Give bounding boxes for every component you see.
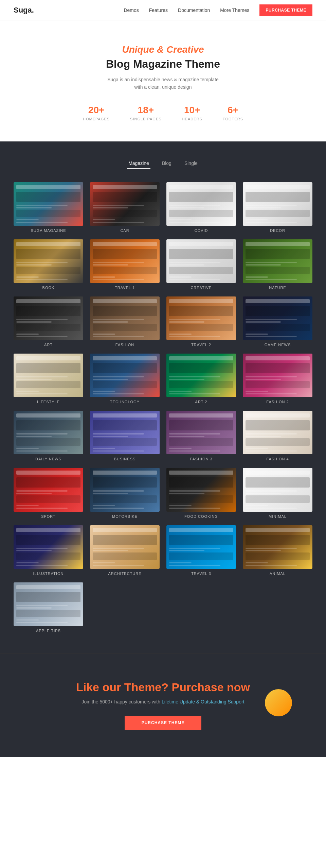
demo-label: DAILY NEWS [14, 457, 83, 461]
nav-features[interactable]: Features [149, 7, 168, 13]
demo-item[interactable]: BOOK [14, 239, 83, 290]
demo-item[interactable]: ILLUSTRATION [14, 525, 83, 576]
demo-thumbnail [14, 582, 83, 626]
demo-item[interactable]: CREATIVE [166, 239, 236, 290]
demo-thumbnail [90, 239, 160, 283]
hero-title: Blog Magazine Theme [14, 58, 312, 70]
demo-item[interactable]: COVID [166, 182, 236, 233]
cta-title-static: Like our Theme? [76, 681, 168, 694]
demo-label: ART 2 [166, 400, 236, 404]
demo-label: FASHION 3 [166, 457, 236, 461]
navbar: Suga. Demos Features Documentation More … [0, 0, 326, 20]
demo-label: ART [14, 343, 83, 347]
stat-headers: 10+ HEADERS [182, 105, 202, 121]
demo-thumbnail [14, 182, 83, 226]
stat-homepages: 20+ HOMEPAGES [83, 105, 110, 121]
demo-label: ARCHITECTURE [90, 572, 160, 576]
demo-item[interactable]: GAME NEWS [243, 296, 312, 347]
demo-thumbnail [243, 354, 312, 397]
demo-item[interactable]: CAR [90, 182, 160, 233]
demo-thumbnail [14, 354, 83, 397]
demo-label: MINIMAL [243, 514, 312, 518]
demo-item[interactable]: ANIMAL [243, 525, 312, 576]
demo-item[interactable]: TRAVEL 1 [90, 239, 160, 290]
demo-item[interactable]: FASHION 2 [243, 354, 312, 404]
logo[interactable]: Suga. [14, 6, 34, 15]
demo-item[interactable]: LIFESTYLE [14, 354, 83, 404]
hero-stats: 20+ HOMEPAGES 18+ SINGLE PAGES 10+ HEADE… [14, 105, 312, 121]
demo-label: ILLUSTRATION [14, 572, 83, 576]
cta-purchase-button[interactable]: PURCHASE THEME [125, 716, 202, 730]
demo-item[interactable]: DECOR [243, 182, 312, 233]
demos-section: Magazine Blog Single SUGA MA [0, 141, 326, 653]
demo-label: ANIMAL [243, 572, 312, 576]
demo-item[interactable]: FASHION 4 [243, 411, 312, 461]
demo-item[interactable]: ART [14, 296, 83, 347]
demo-thumbnail [166, 525, 236, 569]
demo-item[interactable]: TECHNOLOGY [90, 354, 160, 404]
tab-blog[interactable]: Blog [161, 158, 173, 169]
demo-label: FASHION 2 [243, 400, 312, 404]
demo-label: TRAVEL 1 [90, 286, 160, 290]
demo-label: APPLE TIPS [14, 629, 83, 633]
demo-item[interactable]: MINIMAL [243, 468, 312, 518]
demo-item[interactable]: DAILY NEWS [14, 411, 83, 461]
demo-item[interactable]: FOOD COOKING [166, 468, 236, 518]
demo-thumbnail [14, 239, 83, 283]
demo-label: SPORT [14, 514, 83, 518]
demo-thumbnail [14, 296, 83, 340]
demo-item[interactable]: MOTORBIKE [90, 468, 160, 518]
demo-label: TRAVEL 2 [166, 343, 236, 347]
hero-desc: Suga is an indispensable news & magazine… [105, 76, 221, 91]
demo-label: GAME NEWS [243, 343, 312, 347]
demo-thumbnail [14, 468, 83, 511]
stat-single-pages: 18+ SINGLE PAGES [130, 105, 162, 121]
cta-lifetime-link[interactable]: Lifetime Update & Outstanding Support [162, 699, 244, 704]
demo-thumbnail [14, 411, 83, 454]
demo-item[interactable]: TRAVEL 3 [166, 525, 236, 576]
demo-thumbnail [90, 354, 160, 397]
cta-wrapper: Like our Theme? Purchase now Join the 50… [14, 681, 312, 730]
cta-title-highlight: Purchase now [172, 681, 250, 694]
demo-item[interactable]: APPLE TIPS [14, 582, 83, 633]
demo-thumbnail [166, 182, 236, 226]
demo-label: TRAVEL 3 [166, 572, 236, 576]
demo-thumbnail [243, 468, 312, 511]
demo-thumbnail [166, 468, 236, 511]
demo-item[interactable]: BUSINESS [90, 411, 160, 461]
demo-label: FOOD COOKING [166, 514, 236, 518]
demo-item[interactable]: ARCHITECTURE [90, 525, 160, 576]
nav-demos[interactable]: Demos [124, 7, 139, 13]
demo-item[interactable]: FASHION [90, 296, 160, 347]
demo-thumbnail [243, 296, 312, 340]
demo-thumbnail [90, 411, 160, 454]
nav-more-themes[interactable]: More Themes [220, 7, 249, 13]
demo-item[interactable]: SPORT [14, 468, 83, 518]
nav-purchase-button[interactable]: PURCHASE THEME [259, 4, 312, 16]
demo-label: LIFESTYLE [14, 400, 83, 404]
demo-thumbnail [166, 354, 236, 397]
nav-documentation[interactable]: Documentation [178, 7, 210, 13]
cta-section: Like our Theme? Purchase now Join the 50… [0, 653, 326, 757]
demo-label: CREATIVE [166, 286, 236, 290]
tab-single[interactable]: Single [183, 158, 199, 169]
demo-thumbnail [243, 239, 312, 283]
demo-label: COVID [166, 228, 236, 233]
demo-item[interactable]: SUGA MAGAZINE [14, 182, 83, 233]
demo-label: MOTORBIKE [90, 514, 160, 518]
cta-decorative-circle [265, 689, 292, 716]
demo-label: CAR [90, 228, 160, 233]
hero-subtitle: Unique & Creative [14, 44, 312, 55]
demo-label: DECOR [243, 228, 312, 233]
demo-thumbnail [90, 296, 160, 340]
tab-magazine[interactable]: Magazine [127, 158, 150, 169]
demo-item[interactable]: ART 2 [166, 354, 236, 404]
nav-links: Demos Features Documentation More Themes… [124, 4, 312, 16]
demo-item[interactable]: TRAVEL 2 [166, 296, 236, 347]
demo-item[interactable]: FASHION 3 [166, 411, 236, 461]
demo-label: FASHION 4 [243, 457, 312, 461]
demo-item[interactable]: NATURE [243, 239, 312, 290]
demo-thumbnail [166, 296, 236, 340]
demos-grid: SUGA MAGAZINE CAR [14, 182, 312, 633]
demo-label: SUGA MAGAZINE [14, 228, 83, 233]
